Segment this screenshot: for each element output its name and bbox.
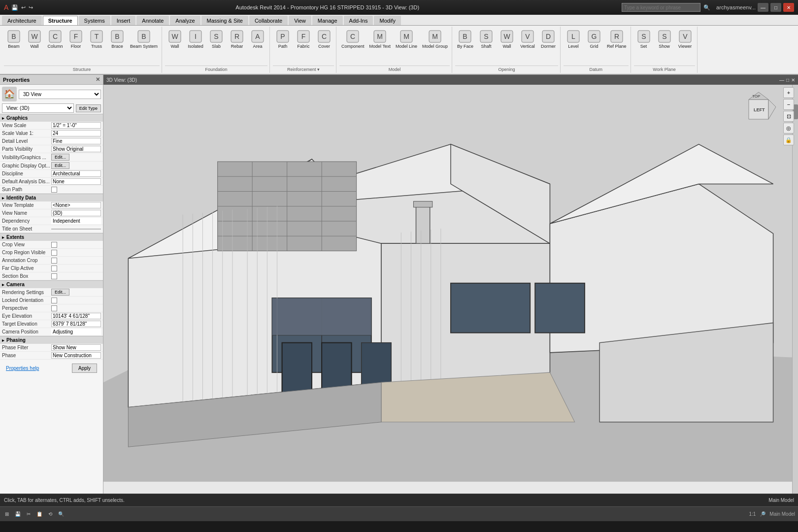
nav-cube[interactable]: LEFT TOP bbox=[739, 90, 778, 129]
prop-checkbox-crop-view[interactable] bbox=[51, 242, 57, 248]
ribbon-tab-manage[interactable]: Manage bbox=[312, 16, 343, 25]
steering-wheel-button[interactable]: ◎ bbox=[783, 123, 794, 133]
user-account[interactable]: archyasmeenv... bbox=[716, 4, 756, 10]
ribbon-tab-modify[interactable]: Modify bbox=[374, 16, 400, 25]
ribbon-item-grid[interactable]: GGrid bbox=[584, 28, 604, 50]
maximize-button[interactable]: □ bbox=[770, 3, 781, 12]
prop-section-extents[interactable]: ▸Extents bbox=[0, 233, 103, 241]
prop-section-identity-data[interactable]: ▸Identity Data bbox=[0, 194, 103, 201]
prop-edit-btn-rendering-settings[interactable]: Edit... bbox=[51, 289, 69, 296]
properties-help-link[interactable]: Properties help bbox=[3, 365, 42, 372]
reinforcement-expander-icon[interactable]: ▾ bbox=[316, 67, 320, 72]
keyword-search[interactable] bbox=[622, 3, 700, 12]
prop-value-default-analysis-dis---[interactable]: None bbox=[51, 178, 101, 185]
quick-access-undo[interactable]: ↩ bbox=[21, 4, 26, 11]
ribbon-item-rebar[interactable]: RRebar bbox=[227, 28, 247, 50]
ribbon-item-show[interactable]: SShow bbox=[655, 28, 674, 50]
ribbon-item-dormer[interactable]: DDormer bbox=[538, 28, 558, 50]
prop-checkbox-section-box[interactable] bbox=[51, 273, 57, 279]
ribbon-item-truss[interactable]: TTruss bbox=[87, 28, 106, 50]
prop-value-detail-level[interactable]: Fine bbox=[51, 138, 101, 144]
viewport-maximize-icon[interactable]: □ bbox=[786, 77, 789, 83]
quick-access-save[interactable]: 💾 bbox=[11, 4, 18, 11]
ribbon-item-vertical[interactable]: VVertical bbox=[518, 28, 537, 50]
ribbon-item-fabric[interactable]: FFabric bbox=[294, 28, 313, 50]
ribbon-tab-systems[interactable]: Systems bbox=[79, 16, 110, 25]
ribbon-item-wall[interactable]: WWall bbox=[165, 28, 185, 50]
ribbon-item-beam-system[interactable]: BBeam System bbox=[128, 28, 160, 50]
ribbon-tab-collaborate[interactable]: Collaborate bbox=[249, 16, 288, 25]
ribbon-item-ref-plane[interactable]: RRef Plane bbox=[605, 28, 629, 50]
prop-value-target-elevation[interactable]: 6379' 7 81/128" bbox=[51, 321, 101, 327]
viewport-minimize-icon[interactable]: — bbox=[779, 77, 784, 83]
ribbon-tab-analyze[interactable]: Analyze bbox=[170, 16, 200, 25]
close-button[interactable]: ✕ bbox=[783, 3, 794, 12]
edit-type-button[interactable]: Edit Type bbox=[76, 104, 101, 112]
viewport[interactable]: 3D View: (3D) — □ ✕ bbox=[103, 75, 798, 494]
prop-checkbox-crop-region-visible[interactable] bbox=[51, 250, 57, 256]
ribbon-item-slab[interactable]: SSlab bbox=[206, 28, 226, 50]
ribbon-item-path[interactable]: PPath bbox=[273, 28, 293, 50]
prop-value-title-on-sheet[interactable] bbox=[51, 229, 101, 230]
ribbon-tab-view[interactable]: View bbox=[289, 16, 311, 25]
ribbon-tab-structure[interactable]: Structure bbox=[43, 16, 78, 25]
bottom-tool-4[interactable]: 📋 bbox=[34, 510, 44, 518]
minimize-button[interactable]: — bbox=[758, 3, 768, 12]
prop-value-phase[interactable]: New Construction bbox=[51, 352, 101, 359]
type-dropdown[interactable]: 3D View bbox=[19, 90, 101, 99]
prop-checkbox-locked-orientation[interactable] bbox=[51, 298, 57, 303]
prop-value-view-scale[interactable]: 1/2" = 1'-0" bbox=[51, 122, 101, 129]
ribbon-item-model-line[interactable]: MModel Line bbox=[394, 28, 419, 50]
prop-section-phasing[interactable]: ▸Phasing bbox=[0, 336, 103, 344]
ribbon-item-floor[interactable]: FFloor bbox=[66, 28, 86, 50]
bottom-tool-1[interactable]: ⊞ bbox=[3, 510, 11, 518]
prop-checkbox-annotation-crop[interactable] bbox=[51, 258, 57, 264]
ribbon-tab-insert[interactable]: Insert bbox=[111, 16, 136, 25]
prop-checkbox-sun-path[interactable] bbox=[51, 187, 57, 193]
bottom-tool-5[interactable]: ⟲ bbox=[46, 510, 54, 518]
ribbon-item-wall[interactable]: WWall bbox=[25, 28, 44, 50]
prop-value-view-template[interactable]: <None> bbox=[51, 202, 101, 208]
ribbon-item-area[interactable]: AArea bbox=[248, 28, 267, 50]
ribbon-tab-architecture[interactable]: Architecture bbox=[2, 16, 42, 25]
quick-access-redo[interactable]: ↪ bbox=[29, 4, 33, 11]
prop-checkbox-perspective[interactable] bbox=[51, 305, 57, 311]
prop-value-eye-elevation[interactable]: 10143' 4 61/128" bbox=[51, 313, 101, 319]
prop-section-graphics[interactable]: ▸Graphics bbox=[0, 114, 103, 122]
ribbon-item-model-text[interactable]: MModel Text bbox=[367, 28, 393, 50]
properties-close-button[interactable]: ✕ bbox=[96, 76, 100, 83]
ribbon-item-cover[interactable]: CCover bbox=[314, 28, 334, 50]
prop-value-parts-visibility[interactable]: Show Original bbox=[51, 146, 101, 152]
ribbon-tab-annotate[interactable]: Annotate bbox=[136, 16, 169, 25]
zoom-control[interactable]: 🔎 bbox=[758, 510, 767, 518]
ribbon-item-viewer[interactable]: VViewer bbox=[675, 28, 695, 50]
ribbon-item-component[interactable]: CComponent bbox=[339, 28, 366, 50]
ribbon-item-by-face[interactable]: BBy Face bbox=[455, 28, 475, 50]
prop-value-phase-filter[interactable]: Show New bbox=[51, 344, 101, 351]
ribbon-item-brace[interactable]: BBrace bbox=[107, 28, 127, 50]
apply-button[interactable]: Apply bbox=[72, 364, 97, 373]
ribbon-item-model-group[interactable]: MModel Group bbox=[420, 28, 450, 50]
ribbon-item-level[interactable]: LLevel bbox=[564, 28, 583, 50]
view-lock-button[interactable]: 🔒 bbox=[783, 134, 794, 145]
bottom-tool-2[interactable]: 💾 bbox=[13, 510, 23, 518]
zoom-out-button[interactable]: − bbox=[783, 99, 794, 110]
prop-edit-btn-visibility-graphics----[interactable]: Edit... bbox=[51, 154, 69, 161]
zoom-fit-button[interactable]: ⊡ bbox=[783, 111, 794, 122]
ribbon-tab-add-ins[interactable]: Add-Ins bbox=[344, 16, 373, 25]
ribbon-tab-massing-&-site[interactable]: Massing & Site bbox=[201, 16, 248, 25]
ribbon-item-set[interactable]: SSet bbox=[634, 28, 654, 50]
prop-value-scale-value--1-[interactable]: 24 bbox=[51, 130, 101, 136]
prop-section-camera[interactable]: ▸Camera bbox=[0, 280, 103, 288]
prop-checkbox-far-clip-active[interactable] bbox=[51, 266, 57, 271]
ribbon-item-beam[interactable]: BBeam bbox=[4, 28, 24, 50]
prop-value-discipline[interactable]: Architectural bbox=[51, 170, 101, 177]
ribbon-item-column[interactable]: CColumn bbox=[45, 28, 65, 50]
prop-value-view-name[interactable]: (3D) bbox=[51, 210, 101, 216]
viewport-close-icon[interactable]: ✕ bbox=[791, 77, 795, 83]
bottom-tool-3[interactable]: ✂ bbox=[25, 510, 33, 518]
ribbon-item-wall[interactable]: WWall bbox=[497, 28, 517, 50]
prop-edit-btn-graphic-display-opt---[interactable]: Edit... bbox=[51, 162, 69, 169]
zoom-in-button[interactable]: + bbox=[783, 87, 794, 98]
search-icon[interactable]: 🔍 bbox=[703, 4, 710, 11]
